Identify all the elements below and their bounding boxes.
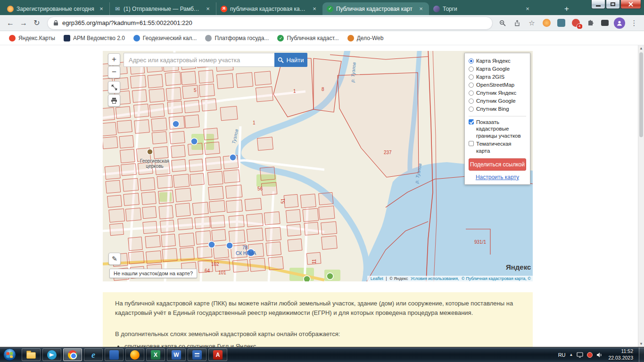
taskbar-acrobat-button[interactable]: A xyxy=(208,348,227,361)
browser-tab[interactable]: ✉(1) Отправленные — Рамблер× xyxy=(109,2,216,15)
window-controls xyxy=(591,0,641,9)
draw-pencil-button[interactable]: ✎ xyxy=(108,253,121,265)
tray-volume-icon[interactable] xyxy=(596,352,603,358)
scroll-up-icon[interactable]: ▲ xyxy=(638,45,644,51)
extension-2-icon[interactable] xyxy=(557,19,565,27)
extension-1-icon[interactable] xyxy=(543,19,551,27)
not-found-label[interactable]: Не нашли участок/дом на карте? xyxy=(109,269,197,278)
share-icon[interactable] xyxy=(511,17,523,29)
scrollbar-thumb[interactable] xyxy=(639,52,643,137)
tab-close-icon[interactable]: × xyxy=(98,5,105,13)
search-button[interactable]: Найти xyxy=(274,53,307,67)
layer-checkbox-1[interactable]: Тематическая карта xyxy=(469,140,526,154)
tray-display-icon[interactable] xyxy=(577,352,583,358)
browser-tab[interactable]: Япубличная кадастровая карта× xyxy=(216,2,322,15)
start-button[interactable] xyxy=(0,347,19,362)
extension-3-icon[interactable]: 4 xyxy=(572,19,580,27)
search-input[interactable] xyxy=(124,53,274,67)
profile-avatar[interactable] xyxy=(614,17,625,29)
rosette-orange-icon xyxy=(7,6,14,12)
taskbar-firefox-button[interactable] xyxy=(125,348,144,361)
window-close-button[interactable] xyxy=(620,0,641,9)
taskbar-internet-explorer-button[interactable]: e xyxy=(84,348,103,361)
taskbar-telegram-button[interactable] xyxy=(42,348,61,361)
tab-close-icon[interactable]: × xyxy=(204,5,212,13)
show-desktop-button[interactable] xyxy=(639,347,644,362)
system-tray: RU ▲ 11:52 22.03.2023 xyxy=(553,347,644,362)
scroll-down-icon[interactable]: ▼ xyxy=(638,341,644,347)
pkk-copyright: © Публичная кадастровая карта, © xyxy=(462,276,531,281)
taskbar-app-blue-button[interactable] xyxy=(105,348,124,361)
layer-option-label: Спутник Яндекс xyxy=(476,90,516,96)
tab-close-icon[interactable]: × xyxy=(524,5,531,13)
browser-tab[interactable]: Торги× xyxy=(429,2,536,15)
language-indicator[interactable]: RU xyxy=(558,352,566,358)
lock-icon[interactable] xyxy=(53,20,58,26)
leaflet-link[interactable]: Leaflet xyxy=(371,276,383,281)
map-fullscreen-button[interactable] xyxy=(108,81,120,93)
layer-option-6[interactable]: Спутник Bing xyxy=(469,105,526,113)
forward-button[interactable]: → xyxy=(17,16,30,30)
bookmark-item[interactable]: Платформа госуда... xyxy=(201,31,273,45)
radio-icon xyxy=(469,107,474,112)
check-green-icon: ✓ xyxy=(327,6,333,12)
bookmark-item[interactable]: Дело-Web xyxy=(343,31,388,45)
puzzle-icon[interactable] xyxy=(584,17,596,29)
taskbar-explorer-button[interactable] xyxy=(22,348,41,361)
bookmarks-container: Яндекс.КартыАРМ Ведомство 2.0Геодезическ… xyxy=(5,31,388,45)
taskbar: eXWA RU ▲ 11:52 22.03.2023 xyxy=(0,347,644,362)
tray-alert-icon[interactable] xyxy=(587,352,593,358)
window-minimize-button[interactable] xyxy=(591,0,605,9)
bookmark-item[interactable]: Яндекс.Карты xyxy=(5,31,59,45)
radio-icon xyxy=(469,58,474,64)
bookmark-item[interactable]: АРМ Ведомство 2.0 xyxy=(59,31,129,45)
clock[interactable]: 11:52 22.03.2023 xyxy=(606,348,635,361)
sidebar-icon[interactable] xyxy=(601,20,609,26)
layer-checkbox-label: Показать кадастровые границы участков xyxy=(476,119,526,139)
radio-icon xyxy=(469,90,474,96)
menu-icon[interactable]: ⋮ xyxy=(628,17,640,29)
map-settings-link[interactable]: Настроить карту xyxy=(469,174,526,181)
address-bar[interactable]: egrp365.org/map/?kadnum=61:55:0022001:22… xyxy=(47,16,493,30)
zoom-icon[interactable] xyxy=(496,17,509,29)
tab-title: Торги xyxy=(443,6,521,12)
taskbar-word-button[interactable]: W xyxy=(167,348,186,361)
extension-badge: 4 xyxy=(577,24,582,29)
terms-link[interactable]: Условия использования, xyxy=(411,276,459,281)
layer-option-5[interactable]: Спутник Google xyxy=(469,97,526,105)
layer-option-2[interactable]: Карта 2GIS xyxy=(469,73,526,81)
layer-option-0[interactable]: Карта Яндекс xyxy=(469,57,526,65)
map-print-button[interactable] xyxy=(108,94,120,107)
arm-dark-icon xyxy=(64,35,70,41)
taskbar-excel-button[interactable]: X xyxy=(146,348,165,361)
tab-close-icon[interactable]: × xyxy=(311,5,318,13)
share-link-button[interactable]: Поделиться ссылкой xyxy=(469,158,526,171)
layer-option-1[interactable]: Карта Google xyxy=(469,65,526,73)
new-tab-button[interactable]: + xyxy=(560,3,573,15)
window-maximize-button[interactable] xyxy=(606,0,620,9)
map-attribution: Leaflet | © Яндекс Условия использования… xyxy=(367,276,533,281)
map-zoom-in-button[interactable]: + xyxy=(108,53,120,66)
tray-expand-icon[interactable]: ▲ xyxy=(570,353,573,357)
checkbox-icon xyxy=(469,119,474,124)
browser-tab[interactable]: Зарегистрированные сегодня× xyxy=(3,2,109,15)
scrollbar[interactable]: ▲ ▼ xyxy=(638,45,644,347)
cadastral-map[interactable]: 51812375651931/1111026410178СК НГМАТузло… xyxy=(103,51,533,281)
bookmark-item[interactable]: Геодезический кал... xyxy=(129,31,201,45)
bookmark-item[interactable]: ✓Публичная кадаст... xyxy=(273,31,343,45)
taskbar-app-document-button[interactable] xyxy=(188,348,206,361)
map-zoom-out-button[interactable]: − xyxy=(108,66,120,78)
layer-checkbox-0[interactable]: Показать кадастровые границы участков xyxy=(469,119,526,139)
tab-close-icon[interactable]: × xyxy=(417,5,425,13)
browser-tab[interactable]: ✓Публичная кадастровая карт× xyxy=(322,2,429,15)
taskbar-chrome-button[interactable] xyxy=(63,348,82,361)
back-button[interactable]: ← xyxy=(4,16,17,30)
excel-icon: X xyxy=(151,350,160,360)
reload-button[interactable]: ↻ xyxy=(30,16,43,30)
bookmarks-bar: Яндекс.КартыАРМ Ведомство 2.0Геодезическ… xyxy=(0,31,644,45)
layer-option-4[interactable]: Спутник Яндекс xyxy=(469,89,526,97)
delo-orange-icon xyxy=(347,35,354,41)
bookmark-star-icon[interactable]: ☆ xyxy=(526,17,538,29)
layers-panel: Карта ЯндексКарта GoogleКарта 2GISOpenSt… xyxy=(464,53,530,185)
layer-option-3[interactable]: OpenStreetMap xyxy=(469,81,526,89)
